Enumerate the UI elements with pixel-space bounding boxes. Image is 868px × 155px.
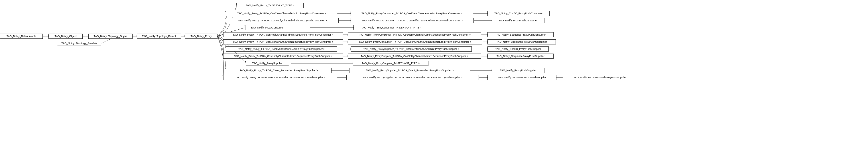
node-n_proxy_event_struct_push_supplier: TAO_Notify_Proxy_T< POA_Event_Forwarder:…: [223, 75, 337, 80]
node-n_topology_parent: TAO_Notify::Topology_Parent: [137, 34, 181, 39]
node-n_rt_struct_proxy_push_supplier: TAO_Notify_RT_StructuredProxyPushSupplie…: [563, 75, 637, 80]
svg-line-6: [101, 39, 111, 43]
node-n_proxyconsumer_t_servant: TAO_Notify_ProxyConsumer_T< SERVANT_TYPE…: [353, 25, 429, 30]
node-n_proxysupplier_t_event: TAO_Notify_ProxySupplier_T< POA_Event_Fo…: [349, 68, 470, 73]
node-n_proxysupplier_t_seqpush: TAO_Notify_ProxySupplier_T< POA_CosNotif…: [348, 54, 481, 59]
diagram-container: TAO_Notify_RefcountableTAO_Notify_Object…: [0, 0, 868, 155]
node-n_proxy_seqpush_consumer: TAO_Notify_Proxy_T< POA_CosNotifyChannel…: [223, 32, 343, 37]
node-n_proxy: TAO_Notify_Proxy: [185, 34, 217, 39]
node-n_topology_savable: TAO_Notify::Topology_Savable: [57, 41, 101, 46]
node-n_proxyconsumer_t_struct: TAO_Notify_ProxyConsumer_T< POA_CosNotif…: [348, 39, 482, 44]
node-n_seq_proxy_push_supplier: TAO_Notify_SequenceProxyPushSupplier: [488, 54, 554, 59]
node-n_proxy_poaevtchan_push_supplier: TAO_Notify_Proxy_T< POA_CosEventChannelA…: [226, 46, 337, 52]
node-n_proxy_push_consumer: TAO_Notify_ProxyPushConsumer: [492, 18, 545, 23]
node-n_proxy_poaevtchan_push_consumer: TAO_Notify_Proxy_T< POA_CosEventChannelA…: [226, 11, 337, 16]
node-n_refcountable: TAO_Notify_Refcountable: [0, 34, 43, 39]
node-n_struct_proxy_push_consumer: TAO_Notify_StructuredProxyPushConsumer: [488, 39, 556, 44]
node-n_proxysupplier_t_servant: TAO_Notify_ProxySupplier_T< SERVANT_TYPE…: [353, 61, 429, 66]
node-n_proxyconsumer_t_seq: TAO_Notify_ProxyConsumer_T< POA_CosNotif…: [348, 32, 481, 37]
node-n_proxysupplier_t_eventstruct: TAO_Notify_ProxySupplier_T< POA_Event_Fo…: [346, 75, 479, 80]
node-n_proxy_event_push_supplier: TAO_Notify_Proxy_T< POA_Event_Forwarder:…: [226, 68, 332, 73]
node-n_proxy_supplier: TAO_Notify_ProxySupplier: [246, 61, 289, 66]
node-n_proxy_consumer: TAO_Notify_ProxyConsumer: [245, 25, 289, 30]
node-n_proxysupplier_t_poaevtchan: TAO_Notify_ProxySupplier_T< POA_CosEvent…: [351, 46, 472, 52]
node-n_cosec_proxy_push_consumer: TAO_Notify_CosEC_ProxyPushConsumer: [488, 11, 550, 16]
node-n_proxy_push_supplier: TAO_Notify_ProxyPushSupplier: [492, 68, 545, 73]
node-n_topology_object: TAO_Notify::Topology_Object: [88, 34, 132, 39]
node-n_proxyconsumer_t_poaevtchan: TAO_Notify_ProxyConsumer_T< POA_CosEvent…: [351, 11, 473, 16]
node-n_struct_proxy_push_supplier: TAO_Notify_StructuredProxyPushSupplier: [488, 75, 556, 80]
node-n_seq_proxy_push_consumer: TAO_Notify_SequenceProxyPushConsumer: [488, 32, 554, 37]
node-n_object: TAO_Notify_Object: [49, 34, 83, 39]
node-n_proxy_structpush_consumer: TAO_Notify_Proxy_T< POA_CosNotifyChannel…: [223, 39, 343, 44]
node-n_proxy_poacosnotifychan_push_consumer: TAO_Notify_Proxy_T< POA_CosNotifyChannel…: [226, 18, 339, 23]
node-n_proxyconsumer_t_poacosnotify: TAO_Notify_ProxyConsumer_T< POA_CosNotif…: [351, 18, 474, 23]
node-n_proxy_servant: TAO_Notify_Proxy_T< SERVANT_TYPE >: [237, 3, 304, 8]
node-n_proxy_seqpush_supplier: TAO_Notify_Proxy_T< POA_CosNotifyChannel…: [223, 54, 343, 59]
node-n_cosec_proxy_push_supplier: TAO_Notify_CosEC_ProxyPushSupplier: [488, 46, 549, 52]
